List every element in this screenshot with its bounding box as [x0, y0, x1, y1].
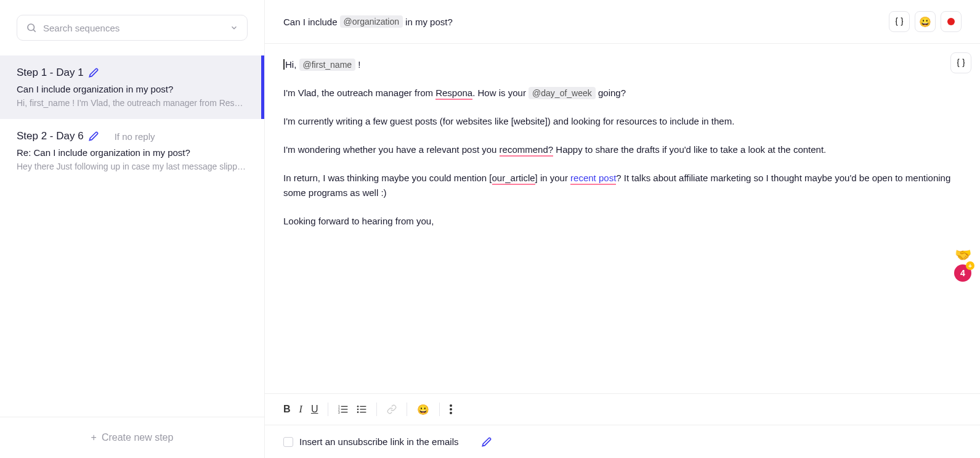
toolbar-divider — [407, 403, 407, 416]
text: ! — [358, 59, 360, 70]
svg-rect-7 — [341, 412, 348, 412]
step-preview: Hey there Just following up in case my l… — [17, 162, 248, 171]
toolbar-divider — [376, 403, 377, 416]
edit-icon[interactable] — [89, 68, 99, 78]
text: In return, I was thinking maybe you coul… — [283, 173, 492, 183]
svg-point-10 — [357, 409, 359, 411]
search-icon — [26, 22, 37, 33]
svg-point-12 — [357, 411, 359, 413]
underline-button[interactable]: U — [311, 404, 318, 415]
variables-button[interactable] — [889, 11, 910, 32]
create-step-label: Create new step — [102, 432, 174, 443]
toolbar-format-group: B I U — [283, 404, 318, 415]
text: Happy to share the drafts if you'd like … — [553, 144, 826, 155]
unordered-list-button[interactable] — [357, 404, 366, 414]
link-button[interactable] — [387, 404, 397, 414]
braces-icon — [956, 58, 966, 68]
search-container — [0, 0, 264, 55]
svg-rect-11 — [360, 409, 366, 409]
chevron-down-icon[interactable] — [230, 23, 238, 32]
body-link[interactable]: recent post — [570, 173, 616, 185]
emoji-icon: 😀 — [417, 404, 429, 415]
svg-point-0 — [28, 24, 34, 31]
reaction-count: 4 — [960, 268, 965, 278]
main-editor: Can I include @organization in my post? … — [265, 0, 980, 458]
reactions: 🤝 4 + — [954, 247, 971, 282]
svg-point-14 — [450, 404, 452, 407]
step-condition: If no reply — [115, 131, 155, 142]
variables-button-body[interactable] — [950, 52, 971, 73]
body-p1: I'm currently writing a few guest posts … — [283, 114, 962, 129]
spell-marked[interactable]: Respona — [435, 88, 472, 100]
text: Hi, — [283, 59, 296, 70]
svg-text:3: 3 — [338, 411, 340, 414]
steps-list: Step 1 - Day 1 Can I include organizatio… — [0, 55, 264, 417]
svg-line-1 — [33, 30, 35, 31]
record-button[interactable] — [941, 11, 962, 32]
svg-point-8 — [357, 406, 359, 407]
add-reaction-icon[interactable]: + — [966, 261, 974, 270]
more-button[interactable] — [450, 404, 452, 414]
variable-tag[interactable]: @day_of_week — [528, 87, 596, 99]
body-p3: In return, I was thinking maybe you coul… — [283, 171, 962, 200]
subject-input[interactable]: Can I include @organization in my post? — [283, 15, 453, 28]
link-icon — [387, 404, 397, 414]
edit-icon[interactable] — [482, 437, 492, 447]
body-p2: I'm wondering whether you have a relevan… — [283, 142, 962, 157]
ordered-list-icon: 1 2 3 — [338, 404, 348, 414]
unordered-list-icon — [357, 404, 366, 414]
variable-tag[interactable]: @first_name — [299, 59, 356, 71]
step-item[interactable]: Step 1 - Day 1 Can I include organizatio… — [0, 55, 264, 119]
subject-text-post: in my post? — [405, 17, 453, 27]
italic-button[interactable]: I — [299, 404, 302, 415]
step-item[interactable]: Step 2 - Day 6 If no reply Re: Can I inc… — [0, 119, 264, 182]
svg-rect-3 — [341, 406, 348, 407]
subject-actions: 😀 — [889, 11, 962, 32]
body-greeting: Hi, @first_name ! — [283, 57, 962, 72]
search-input[interactable] — [43, 23, 224, 33]
step-header: Step 2 - Day 6 If no reply — [17, 130, 248, 142]
unsubscribe-checkbox[interactable] — [283, 437, 293, 447]
search-box[interactable] — [17, 15, 248, 41]
body-editor[interactable]: Hi, @first_name ! I'm Vlad, the outreach… — [265, 44, 980, 393]
body-intro: I'm Vlad, the outreach manager from Resp… — [283, 86, 962, 100]
toolbar-divider — [439, 403, 440, 416]
text: I'm Vlad, the outreach manager from — [283, 88, 435, 98]
svg-rect-9 — [360, 406, 366, 407]
step-header: Step 1 - Day 1 — [17, 67, 245, 79]
bold-icon: B — [283, 404, 291, 415]
svg-rect-5 — [341, 409, 348, 409]
text: . How is your — [472, 88, 526, 98]
reaction-emoji[interactable]: 🤝 — [955, 247, 971, 263]
spell-marked[interactable]: our_article — [492, 173, 535, 185]
edit-icon[interactable] — [89, 131, 99, 141]
body-closing: Looking forward to hearing from you, — [283, 214, 962, 229]
italic-icon: I — [299, 404, 302, 415]
step-subject: Re: Can I include organization in my pos… — [17, 147, 248, 158]
subject-text-pre: Can I include — [283, 17, 338, 27]
text: ] in your — [535, 173, 571, 183]
footer-options: Insert an unsubscribe link in the emails — [265, 425, 980, 458]
toolbar-divider — [328, 403, 328, 416]
variable-tag[interactable]: @organization — [340, 15, 403, 28]
text: I'm wondering whether you have a relevan… — [283, 144, 500, 155]
editor-toolbar: B I U 1 2 3 — [265, 393, 980, 425]
step-title: Step 1 - Day 1 — [17, 67, 84, 79]
bold-button[interactable]: B — [283, 404, 291, 415]
subject-bar: Can I include @organization in my post? … — [265, 0, 980, 44]
ordered-list-button[interactable]: 1 2 3 — [338, 404, 348, 414]
body-area: Hi, @first_name ! I'm Vlad, the outreach… — [265, 44, 980, 393]
emoji-toolbar-button[interactable]: 😀 — [417, 404, 429, 415]
svg-point-16 — [450, 412, 452, 414]
spell-marked[interactable]: recommend? — [500, 144, 554, 157]
text: going? — [598, 88, 626, 98]
step-title: Step 2 - Day 6 — [17, 130, 84, 142]
emoji-button[interactable]: 😀 — [915, 11, 936, 32]
plus-icon: + — [91, 432, 97, 443]
reaction-count-badge[interactable]: 4 + — [954, 264, 971, 282]
underline-icon: U — [311, 404, 318, 415]
svg-point-15 — [450, 408, 452, 411]
sidebar: Step 1 - Day 1 Can I include organizatio… — [0, 0, 265, 458]
step-preview: Hi, first_name ! I'm Vlad, the outreach … — [17, 98, 245, 108]
create-step-button[interactable]: + Create new step — [0, 417, 264, 458]
